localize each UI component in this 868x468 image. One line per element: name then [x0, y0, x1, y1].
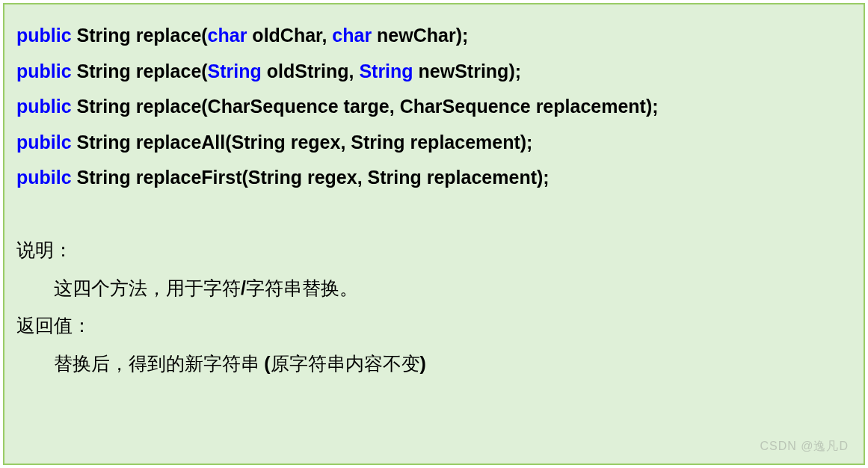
sig-text: newChar); — [372, 25, 468, 46]
keyword-string: String — [359, 61, 413, 81]
description-body: 这四个方法，用于字符/字符串替换。 — [16, 269, 852, 307]
watermark-text: CSDN @逸凡D — [760, 439, 849, 455]
keyword-char: char — [208, 25, 247, 46]
sig-text: String replaceFirst(String regex, String… — [72, 167, 550, 188]
method-signature-4: pubilc String replaceAll(String regex, S… — [16, 125, 852, 161]
desc-text: 这四个方法，用于字符 — [54, 278, 241, 298]
return-body: 替换后，得到的新字符串 (原字符串内容不变) — [16, 345, 852, 383]
return-text: 原字符串内容不变 — [271, 354, 420, 374]
return-label: 返回值： — [16, 307, 852, 345]
keyword-public: public — [16, 61, 72, 81]
sig-text: newString); — [413, 61, 521, 81]
sig-text: oldChar, — [247, 25, 332, 46]
spacer — [16, 196, 852, 232]
return-text: 替换后，得到的新字符串 — [54, 354, 264, 374]
sig-text: String replace( — [72, 61, 208, 81]
method-signature-3: public String replace(CharSequence targe… — [16, 89, 852, 125]
sig-text: oldString, — [262, 61, 360, 81]
sig-text: String replace(CharSequence targe, CharS… — [72, 96, 659, 117]
description-label: 说明： — [16, 232, 852, 269]
keyword-public: pubilc — [16, 167, 72, 188]
method-signature-5: pubilc String replaceFirst(String regex,… — [16, 160, 852, 196]
slash: / — [241, 277, 246, 298]
keyword-public: public — [16, 96, 72, 117]
sig-text: String replace( — [72, 25, 208, 46]
paren-open: ( — [264, 353, 270, 374]
sig-text: String replaceAll(String regex, String r… — [72, 132, 533, 153]
desc-text: 字符串替换。 — [246, 278, 358, 298]
keyword-public: pubilc — [16, 132, 72, 153]
keyword-public: public — [16, 25, 72, 46]
code-documentation-block: public String replace(char oldChar, char… — [3, 3, 865, 465]
keyword-string: String — [208, 61, 262, 81]
paren-close: ) — [420, 353, 426, 374]
keyword-char: char — [332, 25, 372, 46]
method-signature-2: public String replace(String oldString, … — [16, 54, 852, 90]
method-signature-1: public String replace(char oldChar, char… — [16, 18, 852, 54]
